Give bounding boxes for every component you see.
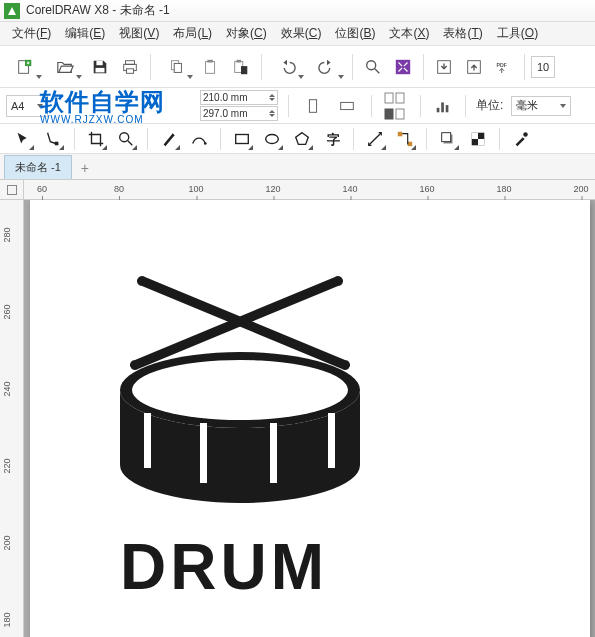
standard-toolbar: PDF 10 xyxy=(0,46,595,88)
svg-rect-37 xyxy=(442,132,451,141)
svg-rect-25 xyxy=(437,107,440,112)
unit-select[interactable]: 毫米 xyxy=(511,96,571,116)
page: DRUM xyxy=(30,200,590,637)
menu-l[interactable]: 布局(L) xyxy=(167,23,218,44)
pick-tool-icon[interactable] xyxy=(10,126,36,152)
app-logo-icon xyxy=(4,3,20,19)
svg-rect-34 xyxy=(398,131,403,136)
dimension-tool-icon[interactable] xyxy=(362,126,388,152)
freehand-tool-icon[interactable] xyxy=(156,126,182,152)
paper-size-select[interactable]: A4 xyxy=(6,95,48,117)
page-height-input[interactable]: 297.0 mm xyxy=(200,106,278,121)
add-document-button[interactable]: + xyxy=(74,157,96,179)
canvas-area[interactable]: DRUM xyxy=(24,200,595,637)
horizontal-ruler[interactable]: 6080100120140160180200 xyxy=(24,180,595,200)
drop-shadow-tool-icon[interactable] xyxy=(435,126,461,152)
transparency-tool-icon[interactable] xyxy=(465,126,491,152)
menu-x[interactable]: 文本(X) xyxy=(383,23,435,44)
histogram-button[interactable] xyxy=(431,94,455,118)
ruler-h-tick: 200 xyxy=(573,184,588,194)
drum-text: DRUM xyxy=(120,530,328,604)
vertical-ruler[interactable]: 280260240220200180 xyxy=(0,200,24,637)
svg-rect-46 xyxy=(270,423,277,483)
clipboard-button[interactable] xyxy=(227,53,255,81)
svg-rect-19 xyxy=(309,99,316,112)
menu-o[interactable]: 工具(O) xyxy=(491,23,544,44)
page-width-value: 210.0 mm xyxy=(203,92,247,103)
artistic-media-tool-icon[interactable] xyxy=(186,126,212,152)
svg-rect-40 xyxy=(478,139,484,145)
menu-e[interactable]: 编辑(E) xyxy=(59,23,111,44)
search-button[interactable] xyxy=(359,53,387,81)
menu-t[interactable]: 表格(T) xyxy=(437,23,488,44)
svg-point-14 xyxy=(367,60,376,69)
all-pages-icon[interactable] xyxy=(384,92,408,104)
ruler-h-tick: 140 xyxy=(342,184,357,194)
page-width-input[interactable]: 210.0 mm xyxy=(200,90,278,105)
svg-rect-26 xyxy=(441,102,444,112)
save-button[interactable] xyxy=(86,53,114,81)
ruler-h-tick: 60 xyxy=(37,184,47,194)
svg-rect-47 xyxy=(328,413,335,468)
svg-rect-39 xyxy=(472,132,478,138)
ruler-h-tick: 180 xyxy=(496,184,511,194)
ruler-v-tick: 220 xyxy=(2,459,12,474)
zoom-value[interactable]: 10 xyxy=(531,56,555,78)
svg-rect-27 xyxy=(446,105,449,112)
svg-rect-10 xyxy=(207,59,212,62)
page-height-value: 297.0 mm xyxy=(203,108,247,119)
pdf-button[interactable]: PDF xyxy=(490,53,518,81)
separator xyxy=(220,128,221,150)
svg-rect-45 xyxy=(200,423,207,483)
paste-button[interactable] xyxy=(197,53,225,81)
rectangle-tool-icon[interactable] xyxy=(229,126,255,152)
menu-c[interactable]: 对象(C) xyxy=(220,23,273,44)
separator xyxy=(426,128,427,150)
export-button[interactable] xyxy=(460,53,488,81)
zoom-tool-icon[interactable] xyxy=(113,126,139,152)
crop-tool-icon[interactable] xyxy=(83,126,109,152)
text-tool-icon[interactable]: 字 xyxy=(319,126,345,152)
ruler-h-tick: 100 xyxy=(188,184,203,194)
connector-tool-icon[interactable] xyxy=(392,126,418,152)
unit-label: 单位: xyxy=(476,97,503,114)
menu-b[interactable]: 位图(B) xyxy=(329,23,381,44)
current-page-icon[interactable] xyxy=(384,108,408,120)
redo-button[interactable] xyxy=(308,53,346,81)
svg-point-41 xyxy=(523,132,528,137)
import-button[interactable] xyxy=(430,53,458,81)
page-layout-options xyxy=(382,90,410,121)
watermark-line1: 软件自学网 xyxy=(40,86,165,118)
polygon-tool-icon[interactable] xyxy=(289,126,315,152)
unit-value: 毫米 xyxy=(516,98,538,113)
open-button[interactable] xyxy=(46,53,84,81)
ellipse-tool-icon[interactable] xyxy=(259,126,285,152)
ruler-v-tick: 200 xyxy=(2,536,12,551)
landscape-button[interactable] xyxy=(333,92,361,120)
separator xyxy=(465,95,466,117)
svg-rect-8 xyxy=(174,63,181,72)
drum-illustration xyxy=(100,265,380,518)
ruler-origin[interactable] xyxy=(0,180,24,200)
svg-rect-15 xyxy=(396,59,410,73)
menu-f[interactable]: 文件(F) xyxy=(6,23,57,44)
svg-rect-31 xyxy=(236,134,249,143)
separator xyxy=(524,54,525,80)
undo-button[interactable] xyxy=(268,53,306,81)
svg-text:PDF: PDF xyxy=(497,62,508,68)
portrait-button[interactable] xyxy=(299,92,327,120)
shape-tool-icon[interactable] xyxy=(40,126,66,152)
new-button[interactable] xyxy=(6,53,44,81)
document-tab[interactable]: 未命名 -1 xyxy=(4,155,72,179)
copy-button[interactable] xyxy=(157,53,195,81)
document-tab-label: 未命名 -1 xyxy=(15,160,61,175)
svg-rect-21 xyxy=(385,93,393,103)
toolbox-strip: 字 xyxy=(0,124,595,154)
eyedropper-tool-icon[interactable] xyxy=(508,126,534,152)
menu-v[interactable]: 视图(V) xyxy=(113,23,165,44)
fullscreen-button[interactable] xyxy=(389,53,417,81)
svg-rect-12 xyxy=(237,59,242,62)
print-button[interactable] xyxy=(116,53,144,81)
svg-rect-6 xyxy=(126,68,133,73)
menu-c[interactable]: 效果(C) xyxy=(275,23,328,44)
